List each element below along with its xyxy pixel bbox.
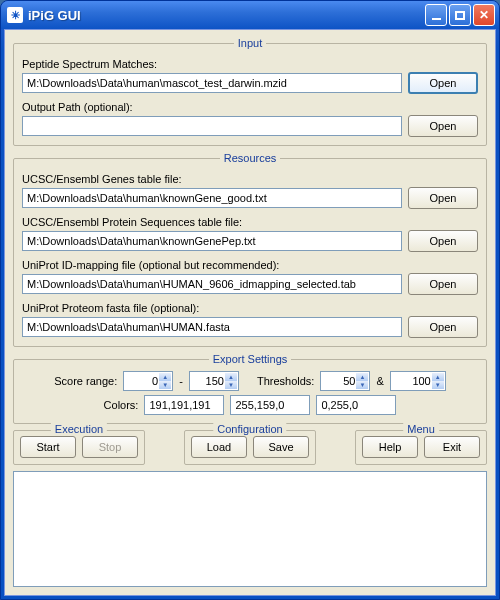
close-button[interactable]: ✕	[473, 4, 495, 26]
maximize-button[interactable]	[449, 4, 471, 26]
start-button[interactable]: Start	[20, 436, 76, 458]
client-area: Input Peptide Spectrum Matches: Open Out…	[4, 29, 496, 596]
idmap-open-button[interactable]: Open	[408, 273, 478, 295]
genes-open-button[interactable]: Open	[408, 187, 478, 209]
menu-group: Menu Help Exit	[355, 430, 487, 465]
amp-label: &	[376, 375, 383, 387]
save-button[interactable]: Save	[253, 436, 309, 458]
dash-label: -	[179, 375, 183, 387]
score-max-value: 150	[206, 375, 224, 387]
chevron-down-icon[interactable]: ▼	[159, 381, 171, 389]
score-max-spinner[interactable]: 150 ▲▼	[189, 371, 239, 391]
fasta-label: UniProt Proteom fasta file (optional):	[22, 302, 478, 314]
fasta-input[interactable]	[22, 317, 402, 337]
prot-input[interactable]	[22, 231, 402, 251]
genes-label: UCSC/Ensembl Genes table file:	[22, 173, 478, 185]
chevron-up-icon[interactable]: ▲	[225, 373, 237, 381]
prot-open-button[interactable]: Open	[408, 230, 478, 252]
actions-row: Execution Start Stop Configuration Load …	[13, 430, 487, 465]
color3-input[interactable]	[316, 395, 396, 415]
fasta-open-button[interactable]: Open	[408, 316, 478, 338]
psm-input[interactable]	[22, 73, 402, 93]
maximize-icon	[455, 11, 465, 20]
input-legend: Input	[234, 37, 266, 49]
threshold1-spinner[interactable]: 50 ▲▼	[320, 371, 370, 391]
score-min-spinner[interactable]: 0 ▲▼	[123, 371, 173, 391]
log-output	[13, 471, 487, 587]
window-title: iPiG GUI	[28, 8, 425, 23]
app-icon: ✳	[7, 7, 23, 23]
minimize-button[interactable]	[425, 4, 447, 26]
menu-legend: Menu	[403, 423, 439, 435]
thresholds-label: Thresholds:	[257, 375, 314, 387]
resources-legend: Resources	[220, 152, 281, 164]
configuration-group: Configuration Load Save	[184, 430, 316, 465]
export-group: Export Settings Score range: 0 ▲▼ - 150 …	[13, 353, 487, 424]
score-min-value: 0	[152, 375, 158, 387]
prot-label: UCSC/Ensembl Protein Sequences table fil…	[22, 216, 478, 228]
output-open-button[interactable]: Open	[408, 115, 478, 137]
titlebar: ✳ iPiG GUI ✕	[1, 1, 499, 29]
score-range-label: Score range:	[54, 375, 117, 387]
help-button[interactable]: Help	[362, 436, 418, 458]
resources-group: Resources UCSC/Ensembl Genes table file:…	[13, 152, 487, 347]
chevron-down-icon[interactable]: ▼	[432, 381, 444, 389]
minimize-icon	[432, 18, 441, 20]
export-legend: Export Settings	[209, 353, 292, 365]
idmap-input[interactable]	[22, 274, 402, 294]
output-label: Output Path (optional):	[22, 101, 478, 113]
chevron-up-icon[interactable]: ▲	[432, 373, 444, 381]
genes-input[interactable]	[22, 188, 402, 208]
exit-button[interactable]: Exit	[424, 436, 480, 458]
idmap-label: UniProt ID-mapping file (optional but re…	[22, 259, 478, 271]
color2-input[interactable]	[230, 395, 310, 415]
chevron-down-icon[interactable]: ▼	[356, 381, 368, 389]
execution-group: Execution Start Stop	[13, 430, 145, 465]
threshold2-spinner[interactable]: 100 ▲▼	[390, 371, 446, 391]
chevron-down-icon[interactable]: ▼	[225, 381, 237, 389]
psm-label: Peptide Spectrum Matches:	[22, 58, 478, 70]
color1-input[interactable]	[144, 395, 224, 415]
threshold1-value: 50	[343, 375, 355, 387]
load-button[interactable]: Load	[191, 436, 247, 458]
threshold2-value: 100	[412, 375, 430, 387]
execution-legend: Execution	[51, 423, 107, 435]
stop-button[interactable]: Stop	[82, 436, 138, 458]
close-icon: ✕	[479, 8, 489, 22]
psm-open-button[interactable]: Open	[408, 72, 478, 94]
window: ✳ iPiG GUI ✕ Input Peptide Spectrum Matc…	[0, 0, 500, 600]
chevron-up-icon[interactable]: ▲	[356, 373, 368, 381]
colors-label: Colors:	[104, 399, 139, 411]
input-group: Input Peptide Spectrum Matches: Open Out…	[13, 37, 487, 146]
chevron-up-icon[interactable]: ▲	[159, 373, 171, 381]
output-input[interactable]	[22, 116, 402, 136]
configuration-legend: Configuration	[213, 423, 286, 435]
